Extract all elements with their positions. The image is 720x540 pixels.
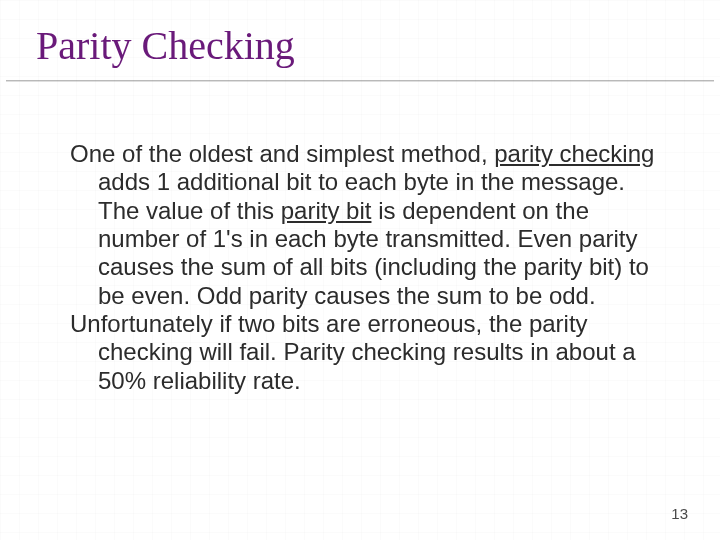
paragraph-1: One of the oldest and simplest method, p… bbox=[70, 140, 655, 310]
text-run: One of the oldest and simplest method, bbox=[70, 140, 494, 167]
slide-body: One of the oldest and simplest method, p… bbox=[70, 140, 655, 395]
title-underline bbox=[6, 80, 714, 82]
page-number: 13 bbox=[671, 505, 688, 522]
slide: Parity Checking One of the oldest and si… bbox=[0, 0, 720, 540]
underline-parity-checking: parity checking bbox=[494, 140, 654, 167]
slide-title: Parity Checking bbox=[36, 22, 295, 69]
underline-parity-bit: parity bit bbox=[281, 197, 372, 224]
paragraph-2: Unfortunately if two bits are erroneous,… bbox=[70, 310, 655, 395]
